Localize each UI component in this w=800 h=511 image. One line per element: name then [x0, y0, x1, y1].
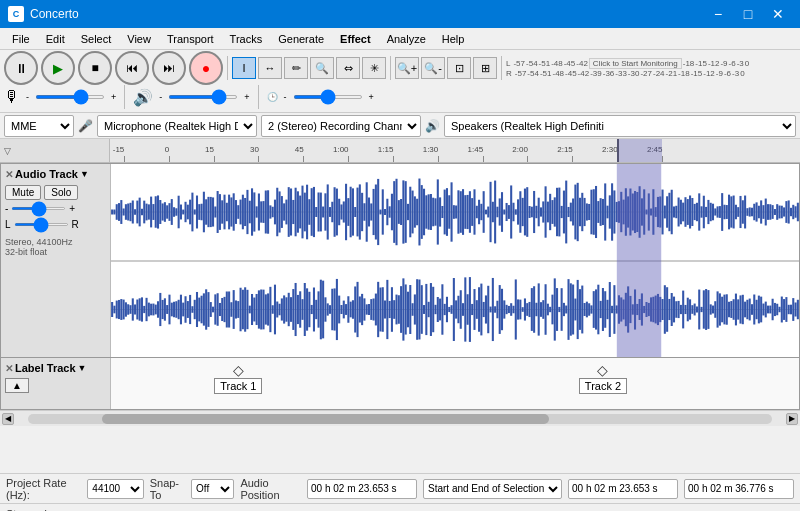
- menu-file[interactable]: File: [4, 31, 38, 47]
- menu-effect[interactable]: Effect: [332, 31, 379, 47]
- title-bar: C Concerto − □ ✕: [0, 0, 800, 28]
- label-text: Track 1: [214, 378, 262, 394]
- menu-transport[interactable]: Transport: [159, 31, 222, 47]
- speed-slider[interactable]: [293, 95, 363, 99]
- mute-button[interactable]: Mute: [5, 185, 41, 200]
- audio-position-input[interactable]: [307, 479, 417, 499]
- tool-envelope[interactable]: ↔: [258, 57, 282, 79]
- ruler-tick: 1:15: [393, 156, 394, 162]
- mic-device-icon: 🎤: [78, 119, 93, 133]
- minimize-button[interactable]: −: [704, 0, 732, 28]
- audio-track-header: ✕ Audio Track ▼ Mute Solo - + L R: [1, 164, 111, 357]
- label-text: Track 2: [579, 378, 627, 394]
- label-marker[interactable]: ◇ Track 1: [214, 362, 262, 394]
- window-title: Concerto: [30, 7, 79, 21]
- stopped-status: Stopped.: [6, 508, 50, 512]
- scroll-thumb[interactable]: [102, 414, 548, 424]
- menu-generate[interactable]: Generate: [270, 31, 332, 47]
- snap-to-label: Snap-To: [150, 477, 185, 501]
- zoom-out-button[interactable]: 🔍-: [421, 57, 445, 79]
- menu-analyze[interactable]: Analyze: [379, 31, 434, 47]
- toolbar-area: ⏸ ▶ ■ ⏮ ⏭ ● I ↔ ✏ 🔍 ⇔ ✳ 🔍+ 🔍- ⊡ ⊞ L -57-…: [0, 50, 800, 113]
- playback-gain-slider[interactable]: [168, 95, 238, 99]
- record-button[interactable]: ●: [189, 51, 223, 85]
- close-button[interactable]: ✕: [764, 0, 792, 28]
- play-button[interactable]: ▶: [41, 51, 75, 85]
- audio-track-close[interactable]: ✕: [5, 169, 13, 180]
- track-gain-slider[interactable]: [11, 207, 66, 210]
- ruler-header: ▽: [0, 139, 110, 162]
- ruler-tick: 1:30: [438, 156, 439, 162]
- tool-zoom[interactable]: 🔍: [310, 57, 334, 79]
- stop-button[interactable]: ■: [78, 51, 112, 85]
- monitor-marker: L: [506, 59, 510, 68]
- skip-back-button[interactable]: ⏮: [115, 51, 149, 85]
- bottom-bar: Stopped.: [0, 503, 800, 511]
- selection-start-input[interactable]: [568, 479, 678, 499]
- monitoring-panel: L -57-54-51-48-45-42 Click to Start Moni…: [506, 58, 796, 78]
- gain-plus-label: +: [69, 203, 75, 214]
- device-bar: MME 🎤 Microphone (Realtek High Defini 2 …: [0, 113, 800, 139]
- ruler-container: ▽ -1501530451:001:151:301:452:002:152:30…: [0, 139, 800, 163]
- speed-plus: +: [369, 92, 374, 102]
- toolbar-sep-2: [390, 56, 391, 80]
- gain-minus-label: -: [5, 203, 8, 214]
- label-up-button[interactable]: ▲: [5, 378, 29, 393]
- tool-multi[interactable]: ✳: [362, 57, 386, 79]
- pan-l-label: L: [5, 219, 11, 230]
- audio-track: ✕ Audio Track ▼ Mute Solo - + L R: [0, 163, 800, 358]
- sep-v: [124, 85, 125, 109]
- input-gain-slider[interactable]: [35, 95, 105, 99]
- ruler-arrow: ▽: [4, 146, 11, 156]
- track-pan-slider[interactable]: [14, 223, 69, 226]
- label-track-dropdown[interactable]: ▼: [78, 363, 87, 373]
- snap-to-select[interactable]: Off: [191, 479, 234, 499]
- label-track-close[interactable]: ✕: [5, 363, 13, 374]
- scroll-left-arrow[interactable]: ◀: [2, 413, 14, 425]
- label-pin[interactable]: ◇: [233, 362, 244, 378]
- tool-select[interactable]: I: [232, 57, 256, 79]
- zoom-in-button[interactable]: 🔍+: [395, 57, 419, 79]
- skip-fwd-button[interactable]: ⏭: [152, 51, 186, 85]
- pause-button[interactable]: ⏸: [4, 51, 38, 85]
- speed-minus: -: [284, 92, 287, 102]
- label-marker[interactable]: ◇ Track 2: [579, 362, 627, 394]
- zoom-fit-button[interactable]: ⊡: [447, 57, 471, 79]
- waveform-area[interactable]: [111, 164, 799, 357]
- menu-view[interactable]: View: [119, 31, 159, 47]
- ruler-tick: 2:45: [662, 156, 663, 162]
- ruler-tick: 30: [258, 156, 259, 162]
- selection-type-select[interactable]: Start and End of Selection: [423, 479, 562, 499]
- api-select[interactable]: MME: [4, 115, 74, 137]
- label-track-content[interactable]: ◇ Track 1 ◇ Track 2: [111, 358, 799, 409]
- menu-tracks[interactable]: Tracks: [222, 31, 271, 47]
- ruler-tick: 45: [303, 156, 304, 162]
- app-icon: C: [8, 6, 24, 22]
- label-track: ✕ Label Track ▼ ▲ ◇ Track 1 ◇ Track 2: [0, 358, 800, 410]
- speaker-device-select[interactable]: Speakers (Realtek High Definiti: [444, 115, 796, 137]
- scroll-right-arrow[interactable]: ▶: [786, 413, 798, 425]
- zoom-sel-button[interactable]: ⊞: [473, 57, 497, 79]
- status-bar: Project Rate (Hz): 44100 Snap-To Off Aud…: [0, 473, 800, 503]
- scroll-track: [28, 414, 772, 424]
- project-rate-select[interactable]: 44100: [87, 479, 143, 499]
- selection-end-input[interactable]: [684, 479, 794, 499]
- pan-r-label: R: [72, 219, 79, 230]
- solo-button[interactable]: Solo: [44, 185, 78, 200]
- tool-timeshift[interactable]: ⇔: [336, 57, 360, 79]
- maximize-button[interactable]: □: [734, 0, 762, 28]
- menu-edit[interactable]: Edit: [38, 31, 73, 47]
- project-rate-label: Project Rate (Hz):: [6, 477, 81, 501]
- tool-draw[interactable]: ✏: [284, 57, 308, 79]
- menu-select[interactable]: Select: [73, 31, 120, 47]
- speaker-device-icon: 🔊: [425, 119, 440, 133]
- label-track-header: ✕ Label Track ▼ ▲: [1, 358, 111, 409]
- channels-select[interactable]: 2 (Stereo) Recording Channels: [261, 115, 421, 137]
- h-scrollbar: ◀ ▶: [0, 410, 800, 426]
- label-pin[interactable]: ◇: [597, 362, 608, 378]
- audio-track-dropdown[interactable]: ▼: [80, 169, 89, 179]
- mic-device-select[interactable]: Microphone (Realtek High Defini: [97, 115, 257, 137]
- menu-help[interactable]: Help: [434, 31, 473, 47]
- transport-group: ⏸ ▶ ■ ⏮ ⏭ ●: [4, 51, 223, 85]
- mic-icon: 🎙: [4, 88, 20, 106]
